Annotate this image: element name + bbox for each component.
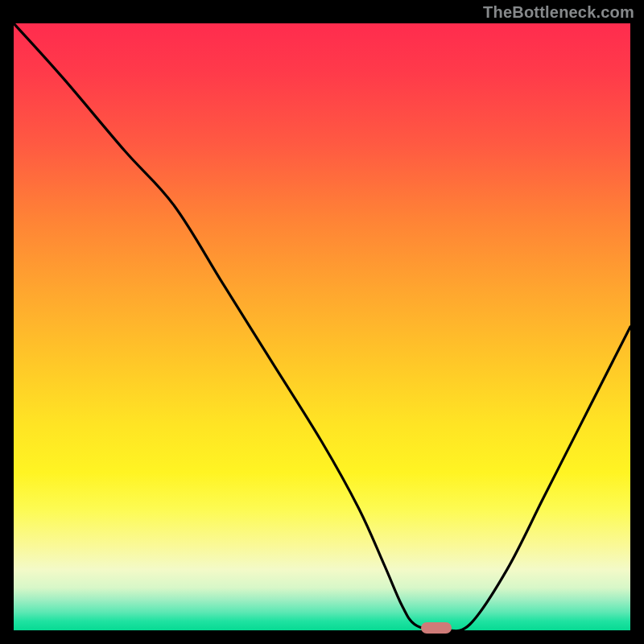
bottleneck-curve bbox=[14, 23, 630, 630]
plot-area bbox=[11, 21, 633, 633]
curve-path bbox=[14, 23, 630, 630]
watermark-text: TheBottleneck.com bbox=[483, 3, 634, 22]
optimum-marker bbox=[421, 622, 452, 634]
